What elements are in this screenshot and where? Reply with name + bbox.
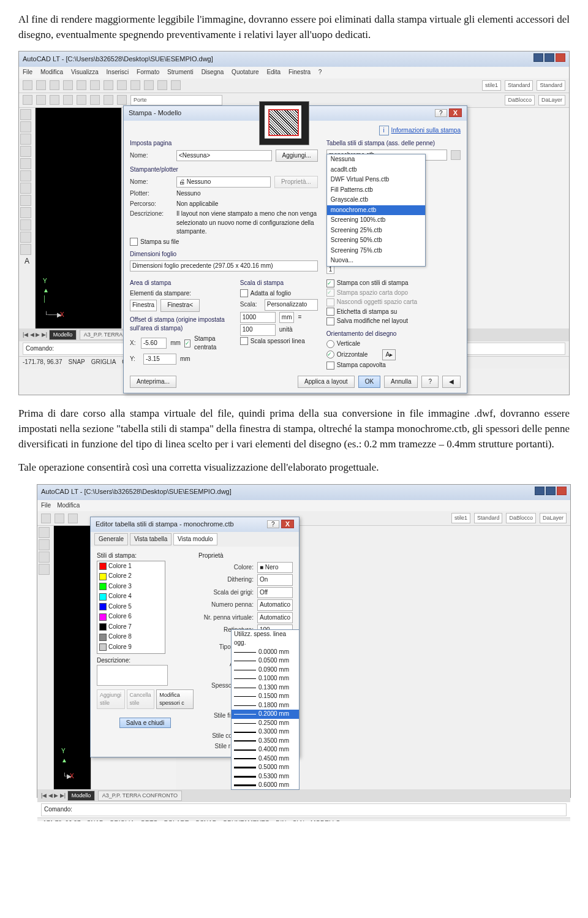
dalayer-selector-2[interactable]: DaLayer bbox=[540, 513, 567, 523]
dialog-help-icon[interactable]: ? bbox=[435, 109, 447, 117]
finestra-button[interactable]: Finestra< bbox=[160, 299, 200, 312]
dd-opt-dwf[interactable]: DWF Virtual Pens.ctb bbox=[327, 175, 425, 185]
tool-text-a[interactable]: A bbox=[20, 256, 34, 267]
layer-selector-porte[interactable]: Porte bbox=[130, 95, 222, 105]
lw-header[interactable]: Utilizz. spess. linea ogg. bbox=[232, 630, 299, 648]
dd-opt-nessuna[interactable]: Nessuna bbox=[327, 154, 425, 165]
prop-scgrigi-select[interactable]: Off bbox=[257, 587, 293, 599]
menu-help[interactable]: ? bbox=[318, 69, 322, 75]
dd-opt-nuova[interactable]: Nuova... bbox=[327, 256, 425, 266]
radio-verticale[interactable] bbox=[326, 340, 334, 348]
toolbar-icon[interactable] bbox=[41, 514, 51, 523]
adatta-foglio-checkbox[interactable] bbox=[240, 289, 248, 297]
app-menubar[interactable]: File Modifica Visualizza Inserisci Forma… bbox=[19, 67, 569, 78]
window-controls-2[interactable] bbox=[533, 487, 567, 498]
toolbar-icon[interactable] bbox=[63, 80, 73, 90]
toolbar-icon[interactable] bbox=[144, 80, 154, 90]
tool-icon[interactable] bbox=[20, 121, 31, 132]
aggiungi-button[interactable]: Aggiungi... bbox=[276, 150, 318, 162]
chk-salva-mod[interactable] bbox=[326, 317, 334, 325]
dialog-help-icon[interactable]: ? bbox=[267, 520, 279, 528]
scale-denominator-input[interactable]: 100 bbox=[240, 324, 276, 336]
app-menubar-2[interactable]: FileModifica bbox=[37, 500, 570, 512]
tool-icon[interactable] bbox=[20, 195, 31, 206]
layout-tabs-2[interactable]: |◀ ◀ ▶ ▶| Modello A3_P.P. TERRA CONFRONT… bbox=[37, 789, 570, 802]
tool-icon[interactable] bbox=[20, 158, 31, 169]
descrizione-input[interactable] bbox=[97, 665, 168, 686]
toolbar-row-1[interactable]: stile1 Standard Standard bbox=[19, 78, 569, 93]
drawing-canvas-2[interactable]: Y▲ └▶ X bbox=[54, 526, 91, 789]
scala-select[interactable]: Personalizzato bbox=[265, 299, 318, 311]
offset-y-input[interactable]: -3.15 bbox=[143, 354, 176, 365]
style-editor-buttons[interactable]: ? X bbox=[267, 520, 294, 529]
chk-bg[interactable] bbox=[307, 621, 315, 629]
status-snap[interactable]: SNAP bbox=[69, 358, 85, 367]
plot-style-select-2[interactable]: monochrome.ctb bbox=[307, 554, 358, 563]
radio-orizzontale[interactable] bbox=[326, 351, 334, 358]
menu-edita[interactable]: Edita bbox=[266, 69, 281, 75]
status-griglia[interactable]: GRIGLIA bbox=[91, 358, 116, 367]
plot-info-link-2[interactable]: Informazioni sulla stampa bbox=[417, 534, 479, 540]
left-tool-palette-2[interactable] bbox=[37, 526, 54, 789]
tab-generale[interactable]: Generale bbox=[94, 533, 128, 546]
toolbar-icon[interactable] bbox=[23, 95, 32, 105]
close-icon[interactable]: X bbox=[281, 520, 294, 528]
toolbar-icon[interactable] bbox=[55, 514, 64, 523]
offset-x-input[interactable]: -5.60 bbox=[141, 338, 167, 349]
linetype-dalayer[interactable]: DaLayer bbox=[538, 95, 565, 105]
chk-capo-2[interactable] bbox=[307, 721, 315, 729]
annulla-button-2[interactable]: Annulla bbox=[391, 734, 425, 746]
menu-file[interactable]: File bbox=[23, 69, 32, 75]
tab-modello[interactable]: Modello bbox=[49, 330, 77, 340]
toolbar-icon[interactable] bbox=[36, 80, 46, 90]
dablocco-selector-2[interactable]: DaBlocco bbox=[506, 513, 536, 523]
toolbar-icon[interactable] bbox=[157, 80, 167, 90]
toolbar-icon[interactable] bbox=[50, 95, 59, 105]
close-icon[interactable]: X bbox=[449, 108, 462, 117]
prop-npenna-input[interactable]: Automatico bbox=[257, 599, 293, 611]
standard-selector-2b[interactable]: Standard bbox=[474, 513, 503, 523]
tool-icon[interactable] bbox=[20, 232, 31, 243]
menu-visualizza[interactable]: Visualizza bbox=[71, 69, 99, 75]
toolbar-icon[interactable] bbox=[90, 95, 100, 105]
help-button[interactable]: ? bbox=[421, 376, 439, 389]
dd-opt-s50[interactable]: Screening 50%.ctb bbox=[327, 235, 425, 246]
style-selector[interactable]: stile1 bbox=[482, 80, 501, 91]
paper-size-select[interactable]: Dimensioni foglio precedente (297.05 x 4… bbox=[130, 260, 318, 272]
toolbar-icon[interactable] bbox=[90, 80, 100, 90]
menu-finestra[interactable]: Finestra bbox=[288, 69, 311, 75]
radio-oriz-2[interactable] bbox=[307, 711, 315, 719]
toolbar-icon[interactable] bbox=[63, 95, 73, 105]
toolbar-icon[interactable] bbox=[117, 95, 127, 105]
page-name-select[interactable]: <Nessuna> bbox=[176, 150, 272, 162]
scale-unit-select[interactable]: mm bbox=[279, 312, 295, 324]
menu-strumenti[interactable]: Strumenti bbox=[167, 69, 194, 75]
ok-button-2[interactable]: OK bbox=[367, 734, 389, 746]
tool-icon[interactable] bbox=[39, 527, 50, 538]
ok-button[interactable]: OK bbox=[358, 376, 380, 389]
menu-modifica[interactable]: Modifica bbox=[40, 69, 63, 75]
stampa-ombra-select[interactable]: Wireframe bbox=[354, 577, 387, 589]
edit-style-icon[interactable] bbox=[451, 150, 461, 160]
anteprima-button[interactable]: Anteprima... bbox=[130, 376, 176, 389]
tool-icon[interactable] bbox=[39, 552, 50, 563]
chk-stili-2[interactable] bbox=[307, 640, 315, 648]
tool-icon[interactable] bbox=[39, 539, 50, 550]
chk-etich-2[interactable] bbox=[307, 669, 315, 677]
help-button-2[interactable]: ? bbox=[428, 734, 445, 746]
command-line-2[interactable]: Comando: bbox=[41, 803, 567, 816]
tool-icon[interactable] bbox=[20, 109, 31, 120]
dd-opt-gray[interactable]: Grayscale.ctb bbox=[327, 195, 425, 205]
chk-salva-2[interactable] bbox=[307, 678, 315, 686]
tool-icon[interactable] bbox=[20, 244, 31, 255]
modifica-spessori-button[interactable]: Modifica spessori c bbox=[156, 689, 194, 709]
toolbar-icon[interactable] bbox=[50, 80, 59, 90]
tab-vista-modulo-active[interactable]: Vista modulo bbox=[173, 533, 217, 546]
tool-icon[interactable] bbox=[20, 134, 31, 145]
menu-inserisci[interactable]: Inserisci bbox=[107, 69, 129, 75]
toolbar-icon[interactable] bbox=[104, 80, 113, 90]
chk-etichetta[interactable] bbox=[326, 308, 334, 316]
chk-stili-stampa[interactable] bbox=[326, 279, 334, 287]
collapse-arrow-icon[interactable]: ◀ bbox=[442, 376, 461, 389]
color-dablocco[interactable]: DaBlocco bbox=[505, 95, 535, 105]
